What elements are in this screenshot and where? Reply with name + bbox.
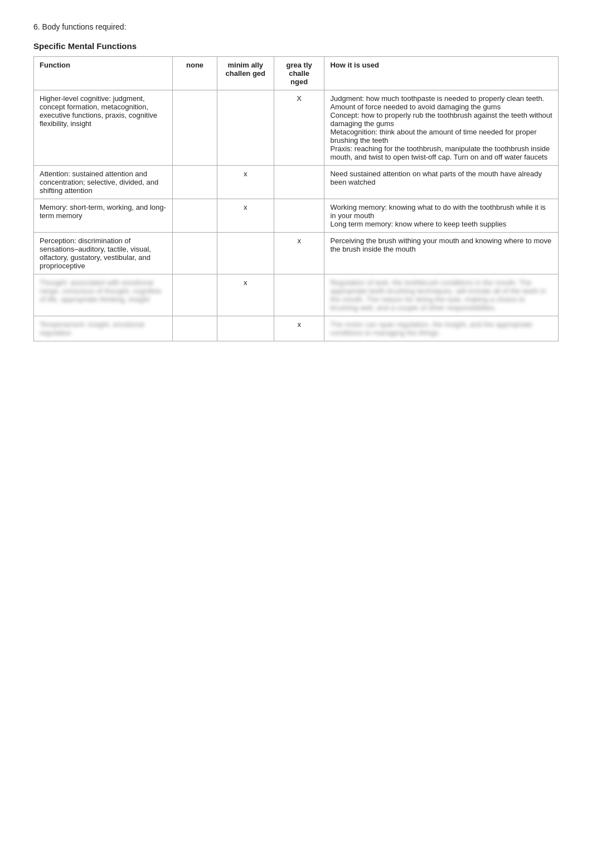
table-row: Thought: associated with emotional range… bbox=[34, 274, 559, 316]
table-row: Perception: discrimination of sensations… bbox=[34, 233, 559, 274]
cell-function-1: Attention: sustained attention and conce… bbox=[34, 166, 173, 199]
table-row: Higher-level cognitive: judgment, concep… bbox=[34, 90, 559, 166]
cell-function-4: Thought: associated with emotional range… bbox=[34, 274, 173, 316]
cell-function-0: Higher-level cognitive: judgment, concep… bbox=[34, 90, 173, 166]
col-header-none: none bbox=[173, 57, 217, 90]
col-header-how: How it is used bbox=[324, 57, 559, 90]
cell-none-2 bbox=[173, 199, 217, 233]
cell-grea-0: X bbox=[274, 90, 324, 166]
table-row: Attention: sustained attention and conce… bbox=[34, 166, 559, 199]
section-title: Specific Mental Functions bbox=[33, 41, 559, 51]
functions-table: Function none minim ally challen ged gre… bbox=[33, 56, 559, 341]
cell-grea-4 bbox=[274, 274, 324, 316]
cell-none-3 bbox=[173, 233, 217, 274]
cell-how-2: Working memory: knowing what to do with … bbox=[324, 199, 559, 233]
table-row: Memory: short-term, working, and long-te… bbox=[34, 199, 559, 233]
table-row: Temperament: insight, emotional regulati… bbox=[34, 316, 559, 341]
cell-min-1: x bbox=[217, 166, 274, 199]
cell-function-5: Temperament: insight, emotional regulati… bbox=[34, 316, 173, 341]
cell-min-2: x bbox=[217, 199, 274, 233]
cell-min-5 bbox=[217, 316, 274, 341]
cell-none-0 bbox=[173, 90, 217, 166]
cell-none-4 bbox=[173, 274, 217, 316]
cell-none-5 bbox=[173, 316, 217, 341]
cell-how-4: Regulation of task: the toothbrush condi… bbox=[324, 274, 559, 316]
cell-min-4: x bbox=[217, 274, 274, 316]
cell-grea-1 bbox=[274, 166, 324, 199]
cell-none-1 bbox=[173, 166, 217, 199]
col-header-grea: grea tly challe nged bbox=[274, 57, 324, 90]
cell-grea-2 bbox=[274, 199, 324, 233]
col-header-function: Function bbox=[34, 57, 173, 90]
cell-grea-3: x bbox=[274, 233, 324, 274]
cell-how-3: Perceiving the brush withing your mouth … bbox=[324, 233, 559, 274]
cell-how-0: Judgment: how much toothpaste is needed … bbox=[324, 90, 559, 166]
cell-grea-5: x bbox=[274, 316, 324, 341]
cell-function-3: Perception: discrimination of sensations… bbox=[34, 233, 173, 274]
col-header-min: minim ally challen ged bbox=[217, 57, 274, 90]
cell-how-5: The motor can span regulation, the insig… bbox=[324, 316, 559, 341]
cell-min-3 bbox=[217, 233, 274, 274]
cell-function-2: Memory: short-term, working, and long-te… bbox=[34, 199, 173, 233]
cell-min-0 bbox=[217, 90, 274, 166]
cell-how-1: Need sustained attention on what parts o… bbox=[324, 166, 559, 199]
section-header: 6. Body functions required: bbox=[33, 22, 559, 31]
